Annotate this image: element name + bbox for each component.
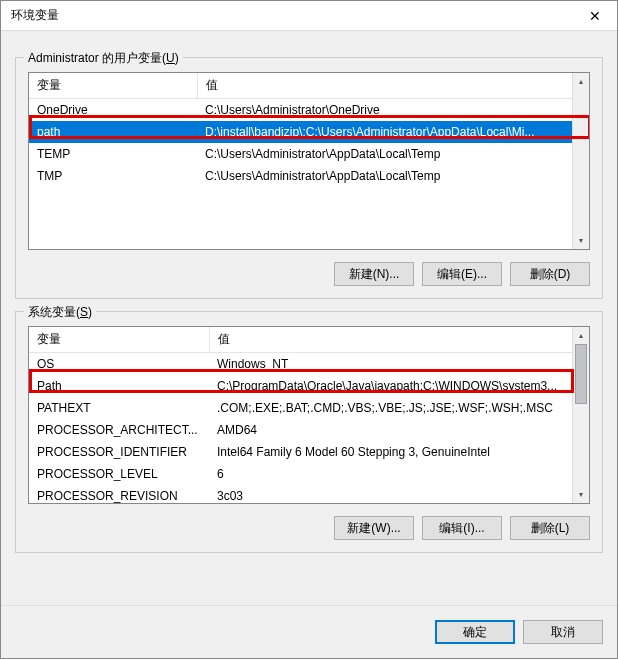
dialog-buttons: 确定 取消 [1, 605, 617, 658]
scroll-up-icon[interactable]: ▴ [573, 73, 589, 90]
col-header-value[interactable]: 值 [209, 327, 572, 353]
user-new-button[interactable]: 新建(N)... [334, 262, 414, 286]
user-group-label: Administrator 的用户变量(U) [24, 50, 183, 67]
col-header-value[interactable]: 值 [197, 73, 572, 99]
system-vars-table[interactable]: 变量 值 OS Windows_NT Path C:\Program [29, 327, 572, 503]
table-row[interactable]: PROCESSOR_LEVEL 6 [29, 463, 572, 485]
user-vars-buttons: 新建(N)... 编辑(E)... 删除(D) [28, 262, 590, 286]
table-row[interactable]: PROCESSOR_REVISION 3c03 [29, 485, 572, 503]
user-variables-group: Administrator 的用户变量(U) 变量 值 [15, 57, 603, 299]
user-vars-table[interactable]: 变量 值 OneDrive C:\Users\Administrator\One… [29, 73, 572, 187]
col-header-variable[interactable]: 变量 [29, 73, 197, 99]
system-vars-table-wrap: 变量 值 OS Windows_NT Path C:\Program [28, 326, 590, 504]
scroll-thumb[interactable] [575, 344, 587, 404]
system-variables-group: 系统变量(S) 变量 值 [15, 311, 603, 553]
table-row[interactable]: TEMP C:\Users\Administrator\AppData\Loca… [29, 143, 572, 165]
table-row[interactable]: PATHEXT .COM;.EXE;.BAT;.CMD;.VBS;.VBE;.J… [29, 397, 572, 419]
table-row[interactable]: TMP C:\Users\Administrator\AppData\Local… [29, 165, 572, 187]
col-header-variable[interactable]: 变量 [29, 327, 209, 353]
user-edit-button[interactable]: 编辑(E)... [422, 262, 502, 286]
table-row[interactable]: OS Windows_NT [29, 353, 572, 376]
system-group-label: 系统变量(S) [24, 304, 96, 321]
scrollbar[interactable]: ▴ ▾ [572, 327, 589, 503]
scroll-up-icon[interactable]: ▴ [573, 327, 589, 344]
close-button[interactable]: ✕ [572, 1, 617, 31]
user-vars-table-wrap: 变量 值 OneDrive C:\Users\Administrator\One… [28, 72, 590, 250]
dialog-content: Administrator 的用户变量(U) 变量 值 [1, 31, 617, 595]
table-row[interactable]: Path C:\ProgramData\Oracle\Java\javapath… [29, 375, 572, 397]
table-row[interactable]: PROCESSOR_IDENTIFIER Intel64 Family 6 Mo… [29, 441, 572, 463]
table-row[interactable]: PROCESSOR_ARCHITECT... AMD64 [29, 419, 572, 441]
scroll-down-icon[interactable]: ▾ [573, 232, 589, 249]
system-edit-button[interactable]: 编辑(I)... [422, 516, 502, 540]
table-row[interactable]: path D:\install\bandizip\;C:\Users\Admin… [29, 121, 572, 143]
scroll-down-icon[interactable]: ▾ [573, 486, 589, 503]
env-vars-dialog: 环境变量 ✕ Administrator 的用户变量(U) 变量 值 [0, 0, 618, 659]
system-delete-button[interactable]: 删除(L) [510, 516, 590, 540]
user-delete-button[interactable]: 删除(D) [510, 262, 590, 286]
titlebar: 环境变量 ✕ [1, 1, 617, 31]
table-row[interactable]: OneDrive C:\Users\Administrator\OneDrive [29, 99, 572, 122]
cancel-button[interactable]: 取消 [523, 620, 603, 644]
system-new-button[interactable]: 新建(W)... [334, 516, 414, 540]
window-title: 环境变量 [11, 7, 572, 24]
close-icon: ✕ [589, 8, 601, 24]
system-vars-buttons: 新建(W)... 编辑(I)... 删除(L) [28, 516, 590, 540]
scrollbar[interactable]: ▴ ▾ [572, 73, 589, 249]
ok-button[interactable]: 确定 [435, 620, 515, 644]
